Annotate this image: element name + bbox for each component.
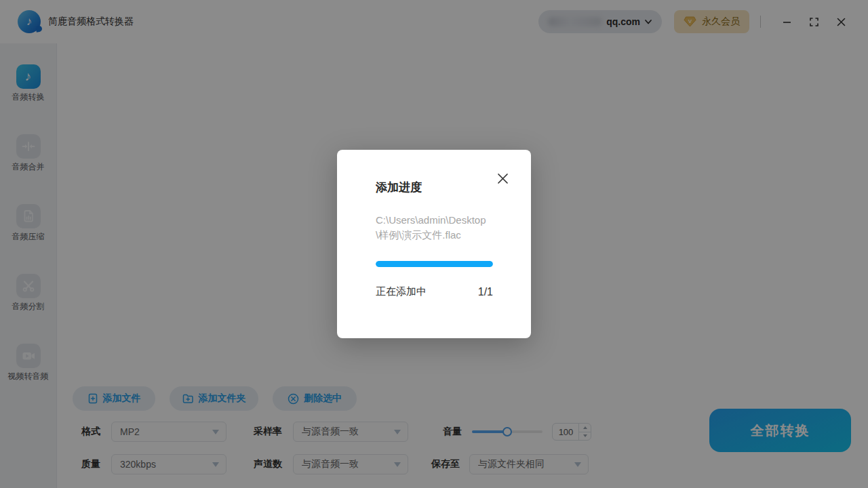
- adding-file-path: C:\Users\admin\Desktop\样例\演示文件.flac: [376, 213, 493, 243]
- dialog-status-row: 正在添加中 1/1: [376, 285, 493, 298]
- dialog-close-button[interactable]: [492, 168, 513, 188]
- add-progress-bar-fill: [376, 261, 493, 267]
- dialog-title: 添加进度: [376, 180, 493, 195]
- add-progress-bar: [376, 261, 493, 267]
- adding-count: 1/1: [478, 286, 493, 298]
- close-icon: [497, 173, 509, 184]
- add-progress-dialog: 添加进度 C:\Users\admin\Desktop\样例\演示文件.flac…: [337, 150, 531, 338]
- adding-status-text: 正在添加中: [376, 285, 427, 298]
